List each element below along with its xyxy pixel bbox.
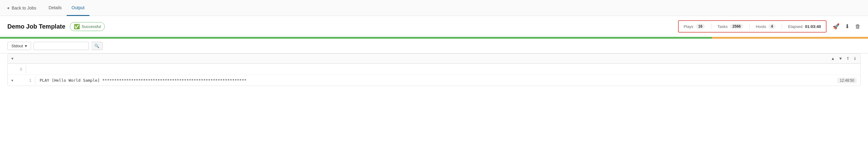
plays-label: Plays (684, 24, 693, 29)
collapse-icon[interactable]: ▾ (11, 56, 13, 61)
job-title: Demo Job Template (7, 23, 65, 30)
back-chevron-icon: ◄ (6, 6, 10, 10)
stat-sep-3 (782, 23, 782, 30)
stat-elapsed: Elapsed 01:03:40 (788, 24, 821, 29)
rocket-icon[interactable]: 🚀 (833, 23, 839, 30)
progress-yellow-segment (712, 37, 868, 39)
output-section: ▾ ▲ ▼ ⇑ ⇓ 0 ▾ 1 PLAY [Hello World Sample… (7, 54, 861, 86)
elapsed-value: 01:03:40 (805, 24, 821, 29)
back-to-jobs-link[interactable]: ◄ Back to Jobs (6, 5, 36, 10)
table-row: 0 (8, 64, 860, 75)
stdout-select[interactable]: Stdout ▾ (7, 42, 31, 50)
top-nav: ◄ Back to Jobs Details Output (0, 0, 868, 16)
scroll-bottom-icon[interactable]: ⇓ (853, 56, 857, 61)
row-number-0: 0 (8, 65, 26, 73)
tab-output[interactable]: Output (67, 0, 89, 16)
scroll-down-icon[interactable]: ▼ (838, 56, 842, 61)
stat-hosts: Hosts 4 (756, 24, 775, 29)
output-header-left: ▾ (11, 56, 13, 61)
stats-box: Plays 16 Tasks 2566 Hosts 4 Elapsed 01:0… (678, 20, 827, 33)
delete-icon[interactable]: 🗑 (855, 23, 861, 30)
stat-tasks: Tasks 2566 (717, 24, 743, 29)
stats-container: Plays 16 Tasks 2566 Hosts 4 Elapsed 01:0… (678, 20, 861, 33)
tab-output-label: Output (72, 5, 85, 10)
row-expand-icon[interactable]: ▾ (8, 78, 17, 83)
progress-green-segment (0, 37, 712, 39)
hosts-label: Hosts (756, 24, 766, 29)
stdout-label: Stdout (11, 44, 23, 48)
stat-sep-2 (749, 23, 750, 30)
header-section: Demo Job Template ✅ Successful Plays 16 … (0, 16, 868, 37)
stat-plays: Plays 16 (684, 24, 705, 29)
plays-value: 16 (696, 24, 705, 29)
elapsed-label: Elapsed (788, 24, 803, 29)
stat-sep-1 (711, 23, 711, 30)
toolbar: Stdout ▾ 🔍 (0, 39, 868, 54)
row-number-1: 1 (17, 76, 35, 85)
hosts-value: 4 (768, 24, 775, 29)
search-icon: 🔍 (94, 44, 99, 48)
search-button[interactable]: 🔍 (91, 42, 103, 50)
status-badge: ✅ Successful (70, 22, 105, 31)
tasks-value: 2566 (730, 24, 743, 29)
back-label: Back to Jobs (12, 5, 36, 10)
table-row: ▾ 1 PLAY [Hello World Sample] **********… (8, 75, 860, 86)
row-content-0 (26, 68, 860, 71)
action-icons: 🚀 ⬇ 🗑 (833, 23, 861, 30)
tab-details-label: Details (49, 5, 62, 10)
stdout-chevron-icon: ▾ (25, 44, 27, 48)
header-left: Demo Job Template ✅ Successful (7, 22, 105, 31)
output-header-right: ▲ ▼ ⇑ ⇓ (831, 56, 857, 61)
scroll-up-icon[interactable]: ▲ (831, 56, 835, 61)
download-icon[interactable]: ⬇ (845, 23, 849, 30)
row-content-1: PLAY [Hello World Sample] **************… (35, 76, 837, 85)
progress-bar (0, 37, 868, 39)
tasks-label: Tasks (717, 24, 727, 29)
status-label: Successful (82, 24, 101, 29)
status-check-icon: ✅ (74, 24, 80, 30)
row-timestamp-1: 12:48:50 (837, 78, 857, 83)
search-input[interactable] (33, 42, 89, 50)
tab-details[interactable]: Details (44, 0, 67, 16)
scroll-top-icon[interactable]: ⇑ (846, 56, 849, 61)
output-header-row: ▾ ▲ ▼ ⇑ ⇓ (8, 54, 860, 64)
